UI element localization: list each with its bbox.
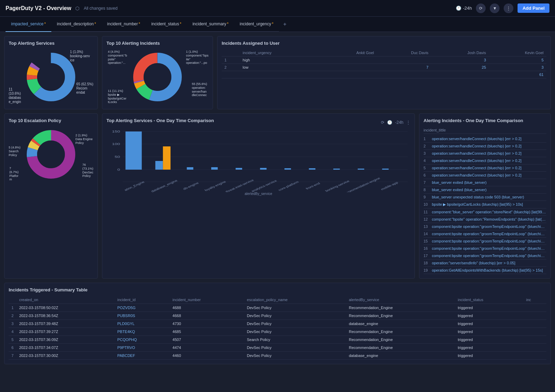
segment-label-recom: 65 (62.5%)Recomendat <box>76 82 93 95</box>
list-item: 19operation:GetAllEndpointsWithBackends … <box>424 267 546 274</box>
list-item: 16component:bpsite operation:"groomTempE… <box>424 245 546 252</box>
bar-chart-panel: Top Alerting Services - One Day Time Com… <box>102 113 415 279</box>
incident-list-col-header: incident_tittle <box>424 127 546 134</box>
table-header-row: created_on incident_id incident_number e… <box>9 296 546 304</box>
svg-rect-29 <box>163 146 171 170</box>
svg-text:analytics-service: analytics-service <box>250 179 278 192</box>
col-incident-number: incident_number <box>170 296 244 304</box>
label-bpsite-locks: 11 (11.1%)bpsite ▶bpsite/gotCertLocks <box>108 89 127 104</box>
list-item: 12component:"bpsite" operation:"RemoveEn… <box>424 216 546 223</box>
header: PagerDuty V2 - Overview ⬡ All changes sa… <box>0 0 555 17</box>
table-row: 3 2022-03-15T07:39:48Z PLD0GYL 4730 DevS… <box>9 320 546 328</box>
filter-incident-urgency[interactable]: incident_urgency * <box>234 17 279 32</box>
table-row: 61 <box>222 71 546 78</box>
svg-text:ation_Engine: ation_Engine <box>123 180 146 191</box>
export-icon[interactable]: ⬡ <box>75 6 79 11</box>
bar-chart-area: 150 100 50 0 <box>106 128 410 197</box>
alerting-incidents-title: Alerting Incidents - One Day Time Compar… <box>424 118 546 123</box>
svg-text:booking-service: booking-service <box>324 179 350 192</box>
top-alerting-services-chart: 1 (1.0%)booking-service 65 (62.5%)Recome… <box>9 49 93 105</box>
svg-rect-27 <box>126 131 142 170</box>
incidents-assigned-table: incident_urgency Ankit Goel Duc Davis Jo… <box>222 49 546 78</box>
clock-icon: 🕐 <box>456 6 461 11</box>
svg-point-5 <box>37 63 65 91</box>
donut-svg-incidents <box>130 49 185 105</box>
list-item: 15component:bpsite operation:"groomTempE… <box>424 238 546 245</box>
svg-text:100: 100 <box>112 142 120 146</box>
incident-list[interactable]: 1operation:server/handleConnect (bluechi… <box>424 135 546 274</box>
more-chart-icon[interactable]: ⋮ <box>406 120 410 125</box>
add-filter-button[interactable]: + <box>279 21 290 27</box>
col-policy: escalation_policy_name <box>244 296 346 304</box>
col-row-num <box>222 49 240 57</box>
label-devsec: 76(73.1%)DevSecPolicy <box>82 163 93 178</box>
svg-text:db-engine: db-engine <box>182 181 200 190</box>
svg-point-17 <box>37 140 65 168</box>
saved-status: All changes saved <box>84 6 456 11</box>
table-row: 7 2022-03-15T07:30:00Z PABCDEF 4460 DevS… <box>9 352 546 360</box>
svg-text:150: 150 <box>112 130 120 134</box>
incident-list-inner: 1operation:server/handleConnect (bluechi… <box>424 135 546 274</box>
col-inc: inc <box>523 296 546 304</box>
svg-text:front-end: front-end <box>305 182 321 190</box>
refresh-button[interactable]: ⟳ <box>476 3 486 13</box>
summary-table-panel: Incidents Triggered - Summary Table crea… <box>4 283 551 364</box>
filter-incident-description[interactable]: incident_description * <box>51 17 102 32</box>
incidents-assigned-title: Incidents Assigned to User <box>222 41 546 46</box>
svg-text:50: 50 <box>114 155 120 159</box>
bottom-row: Incidents Triggered - Summary Table crea… <box>4 283 551 364</box>
col-incident-id: incident_id <box>114 296 170 304</box>
filter-icon[interactable]: ▼ <box>490 3 500 13</box>
list-item: 13component:bpsite operation:"groomTempE… <box>424 223 546 230</box>
filter-bar: impacted_service * incident_description … <box>0 17 555 32</box>
list-item: 9blue_server unexpected status code 503 … <box>424 194 546 201</box>
chart-icons: ⟳ 🕐 -24h ⋮ <box>381 120 410 125</box>
filter-incident-number[interactable]: incident_number * <box>102 17 146 32</box>
summary-table-scroll[interactable]: created_on incident_id incident_number e… <box>9 296 546 360</box>
bar-chart-xlabel: alertedBy_service <box>106 192 410 196</box>
refresh-chart-icon[interactable]: ⟳ <box>381 120 384 125</box>
list-item: 7blue_server exited (blue_server) <box>424 179 546 186</box>
svg-point-11 <box>144 63 171 91</box>
table-row: 2 2022-03-15T08:36:54Z PUBSR0S 4668 DevS… <box>9 312 546 320</box>
bar-chart-header: Top Alerting Services - One Day Time Com… <box>106 118 410 127</box>
svg-rect-37 <box>358 169 364 170</box>
label-server-handle: 55 (55.6%)operation:server/handleConnec <box>192 82 207 97</box>
time-range[interactable]: 🕐 -24h <box>456 6 472 11</box>
list-item: 11component:"blue_server" operation:"sto… <box>424 208 546 216</box>
svg-rect-28 <box>155 161 163 170</box>
donut-svg-escalation <box>23 127 79 182</box>
time-label: -24h <box>395 120 403 125</box>
top-alerting-services-title: Top Alerting Services <box>9 41 93 46</box>
label-component-bpsite: 4 (4.0%)component:"bpsite"operation:"... <box>108 50 127 65</box>
header-actions: 🕐 -24h ⟳ ▼ ⋮ Add Panel <box>456 3 549 13</box>
col-service: alertedBy_service <box>346 296 455 304</box>
table-row: 4 2022-03-15T07:39:27Z PBTE4KQ 4685 DevS… <box>9 328 546 336</box>
filter-incident-summary[interactable]: incident_summary * <box>187 17 234 32</box>
svg-rect-36 <box>333 169 340 170</box>
table-row: 5 2022-03-15T07:36:09Z PCQOPHQ 4507 Sear… <box>9 336 546 344</box>
filter-impacted-service[interactable]: impacted_service * <box>6 17 51 32</box>
top-alerting-incidents-chart: 4 (4.0%)component:"bpsite"operation:"...… <box>106 49 208 105</box>
escalation-policy-panel: Top 10 Escalation Policy 2 (1.9%)Data En… <box>4 113 98 279</box>
svg-rect-35 <box>309 168 315 170</box>
filter-incident-status[interactable]: incident_status * <box>146 17 187 32</box>
table-row: 1 2022-03-15T08:50:02Z POZVD5G 4688 DevS… <box>9 304 546 312</box>
summary-table: created_on incident_id incident_number e… <box>9 296 546 360</box>
col-ankit: Ankit Goel <box>322 49 377 57</box>
add-panel-button[interactable]: Add Panel <box>518 3 549 13</box>
incidents-assigned-panel: Incidents Assigned to User incident_urge… <box>217 36 551 109</box>
segment-label-db: 11(10.6%)database_engin <box>9 87 21 104</box>
more-options-icon[interactable]: ⋮ <box>504 3 513 13</box>
mid-row: Top 10 Escalation Policy 2 (1.9%)Data En… <box>4 113 551 279</box>
list-item: 17component:bpsite operation:"groomTempE… <box>424 252 546 259</box>
list-item: 14component:bpsite operation:"groomTempE… <box>424 230 546 238</box>
label-component-bps: 1 (1.0%)component:"bpsite"operation:"...… <box>186 50 208 65</box>
list-item: 8blue_server exited (blue_server) <box>424 186 546 194</box>
label-platform: 7(6.7%)Platform <box>9 167 19 181</box>
table-row: 2 low 7 25 3 <box>222 64 546 71</box>
svg-text:core-platform: core-platform <box>278 180 300 191</box>
col-idx <box>9 296 16 304</box>
main-content: Top Alerting Services 1 (1.0%)booking-se… <box>0 32 555 368</box>
top-row: Top Alerting Services 1 (1.0%)booking-se… <box>4 36 551 109</box>
